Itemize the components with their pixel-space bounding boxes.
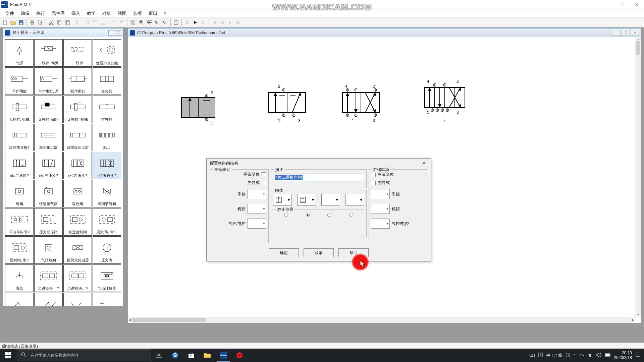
panel-minimize-button[interactable]: — [108, 30, 114, 36]
left-pilot-checkbox[interactable] [262, 181, 266, 185]
comp-item[interactable]: 二联件, 简繁 [34, 39, 63, 67]
comp-item[interactable]: 步进模块, T? [34, 264, 63, 292]
paste-icon[interactable] [64, 19, 71, 26]
explorer-icon[interactable] [199, 349, 215, 362]
pause2-icon[interactable] [200, 19, 207, 26]
fluidsim-taskbar-icon[interactable]: FESTO [215, 349, 231, 362]
comp-item[interactable]: n位二通换? [5, 152, 34, 179]
comp-item[interactable]: 阀阀 [5, 180, 34, 207]
cancel-button[interactable]: 取消 [304, 248, 334, 257]
scroll-right-arrow-icon[interactable]: ▶ [631, 318, 635, 322]
body-pos1-dropdown[interactable]: ▼ [273, 194, 292, 206]
check-circuit-icon[interactable] [172, 19, 180, 26]
comp-item[interactable] [5, 293, 34, 306]
window-maximize-button[interactable]: ☐ [614, 0, 629, 9]
comp-item[interactable]: 快速排气阀 [34, 180, 63, 207]
comp-item-selected[interactable]: n位五通换? [93, 152, 121, 179]
comp-item[interactable]: 000气动计数器 [93, 264, 121, 292]
body-pos2-dropdown[interactable]: ▼ [297, 194, 316, 206]
copy-icon[interactable] [56, 19, 63, 26]
ok-button[interactable]: 确定 [269, 248, 299, 257]
menu-edit[interactable]: 编辑 [17, 9, 33, 17]
align-right-icon[interactable] [83, 19, 90, 26]
scroll-left-arrow-icon[interactable]: ◀ [128, 318, 132, 322]
canvas-close-button[interactable]: ✕ [631, 30, 639, 36]
menu-library[interactable]: 元件库 [48, 9, 68, 17]
comp-item[interactable]: n位四通换? [63, 152, 92, 179]
left-manual-dropdown[interactable]: ▼ [248, 189, 266, 199]
menu-teach[interactable]: 教学 [84, 9, 99, 17]
comp-item[interactable]: 双压阀 [63, 180, 92, 207]
valve-symbol-22[interactable]: 2 1 [175, 87, 222, 129]
zoom-extents-icon[interactable] [129, 19, 137, 26]
menu-help[interactable]: ? [161, 10, 170, 17]
comp-item[interactable]: 可调节流阀 [93, 180, 121, 207]
zoom-window-icon[interactable]: A [137, 19, 145, 26]
print-icon[interactable] [29, 19, 36, 26]
preview-icon[interactable] [37, 19, 44, 26]
step-back-icon[interactable] [219, 19, 226, 26]
comp-item[interactable]: 压力表 [93, 236, 121, 264]
volume-tray-icon[interactable] [596, 353, 601, 358]
comp-item[interactable]: 单作用缸 [5, 67, 34, 95]
comp-item[interactable]: 挂杆缸 [93, 96, 121, 123]
comp-item[interactable]: 无杆缸, 机械 [63, 96, 92, 123]
comp-item[interactable]: 双能双速工缸 [63, 124, 92, 151]
zoom-out-icon[interactable] [161, 19, 169, 26]
play-icon[interactable] [192, 19, 199, 26]
vertical-scrollbar[interactable]: ▲ ▼ [635, 37, 641, 317]
comp-item[interactable]: 无杆缸, 机械 [5, 96, 34, 123]
comp-item[interactable] [93, 293, 121, 306]
rest-pos-radio-2[interactable] [306, 213, 310, 217]
comp-item[interactable]: 双能两速拖? [5, 124, 34, 151]
comp-item[interactable]: 双速拖工缸 [34, 124, 63, 151]
comp-item[interactable]: 压力顺序阀 [34, 208, 63, 236]
undo-icon[interactable] [110, 19, 117, 26]
scroll-thumb-horizontal[interactable] [132, 318, 206, 322]
comp-item[interactable]: 延时阀, 常? [5, 236, 34, 264]
menu-options[interactable]: 选项 [130, 9, 145, 17]
menu-file[interactable]: 文件 [2, 9, 17, 17]
right-spring-checkbox[interactable] [371, 172, 376, 177]
pause-icon[interactable] [183, 19, 191, 26]
network-tray-icon[interactable] [587, 353, 593, 358]
redo-icon[interactable] [118, 19, 125, 26]
left-mech-dropdown[interactable]: ▼ [248, 204, 266, 214]
align-bottom-icon[interactable] [99, 19, 106, 26]
save-file-icon[interactable] [17, 19, 25, 26]
canvas-minimize-button[interactable]: — [613, 30, 621, 36]
dialog-close-button[interactable]: ✕ [421, 160, 427, 167]
task-view-icon[interactable] [151, 349, 167, 362]
comp-item[interactable]: 单作用缸, 原 [34, 67, 63, 95]
comp-item[interactable]: 使压力表的组 [93, 39, 121, 67]
cut-icon[interactable] [48, 19, 55, 26]
notifications-tray-icon[interactable] [635, 352, 641, 359]
body-pos4-dropdown[interactable]: ▼ [345, 194, 364, 206]
rest-pos-radio-3[interactable] [327, 213, 331, 217]
valve-symbol-32[interactable]: 2 1 3 [262, 82, 316, 127]
chevron-up-tray-icon[interactable]: ˄ [574, 354, 575, 357]
search-input[interactable]: 在这里输入你要搜索的内容 [17, 349, 151, 361]
new-file-icon[interactable] [1, 19, 9, 26]
battery-tray-icon[interactable] [605, 353, 611, 358]
right-pilot-checkbox[interactable] [371, 181, 376, 185]
comp-item[interactable]: 二联件 [63, 39, 92, 67]
menu-window[interactable]: 窗口 [145, 9, 161, 17]
zoom-100-icon[interactable]: 1:1 [145, 19, 153, 26]
description-input[interactable]: n位二通换向阀 [273, 174, 364, 181]
rest-pos-radio-1[interactable] [284, 213, 288, 217]
clock[interactable]: 20:10 2020/2/18 [614, 351, 632, 360]
body-pos3-dropdown[interactable]: ▼ [321, 194, 340, 206]
comp-item[interactable] [34, 293, 63, 306]
comp-item[interactable]: n位三通换? [34, 152, 63, 179]
panel-maximize-button[interactable]: ☐ [115, 30, 121, 36]
edge-icon[interactable] [167, 349, 183, 362]
valve-symbol-52[interactable]: 4 2 5 3 1 [416, 77, 477, 132]
comp-item[interactable] [63, 293, 92, 306]
comp-item[interactable]: 无杆缸, 磁路 [34, 96, 63, 123]
settings-tray-icon[interactable] [566, 353, 570, 358]
right-pneuelec-dropdown[interactable]: ▼ [371, 219, 390, 229]
comp-item[interactable]: 吸盘 [5, 264, 34, 292]
comp-item[interactable]: 延时阀, 常? [93, 208, 121, 236]
comp-item[interactable]: 双作用缸 [63, 67, 92, 95]
